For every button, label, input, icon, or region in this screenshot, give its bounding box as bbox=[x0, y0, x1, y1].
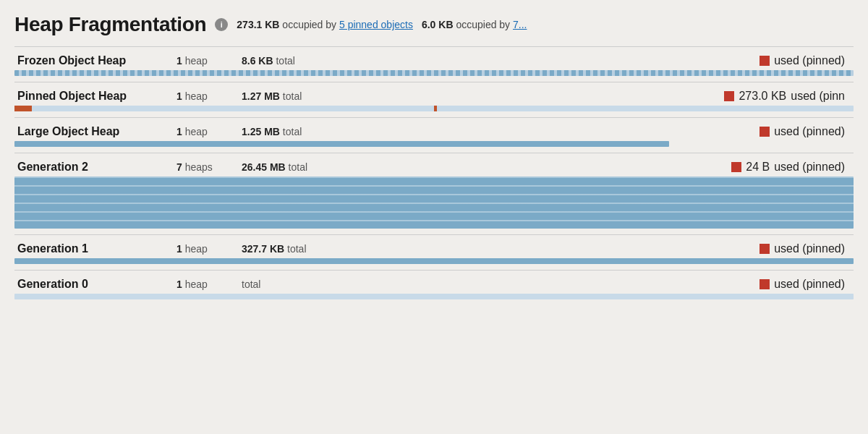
heap-name-gen2: Generation 2 bbox=[17, 161, 176, 174]
legend-label-large: used (pinned) bbox=[774, 125, 845, 138]
bar-section-large bbox=[14, 141, 854, 153]
header-stat-1: 273.1 KB occupied by 5 pinned objects bbox=[237, 19, 413, 30]
heap-count-gen2: 7 heaps bbox=[176, 161, 242, 173]
legend-label-gen0: used (pinned) bbox=[774, 278, 845, 291]
section-frozen: Frozen Object Heap 1 heap 8.6 KB total u… bbox=[14, 46, 854, 82]
section-large: Large Object Heap 1 heap 1.25 MB total u… bbox=[14, 117, 854, 153]
heap-name-gen1: Generation 1 bbox=[17, 242, 176, 255]
section-gen2-meta: Generation 2 7 heaps 26.45 MB total 24 B… bbox=[14, 153, 854, 176]
heap-count-gen0: 1 heap bbox=[176, 278, 242, 290]
heap-legend-gen1: used (pinned) bbox=[760, 242, 851, 255]
legend-icon-large bbox=[760, 127, 770, 137]
heap-count-large: 1 heap bbox=[176, 126, 242, 137]
legend-icon-gen1 bbox=[760, 244, 770, 254]
header-stat2-num: 6.0 KB bbox=[422, 19, 454, 30]
section-pinned: Pinned Object Heap 1 heap 1.27 MB total … bbox=[14, 82, 854, 117]
legend-icon-gen2 bbox=[731, 162, 741, 172]
bar-frozen bbox=[14, 70, 854, 76]
bar-pinned-wrapper bbox=[14, 106, 854, 111]
bar-gen0 bbox=[14, 294, 854, 299]
section-frozen-meta: Frozen Object Heap 1 heap 8.6 KB total u… bbox=[14, 47, 854, 70]
legend-detail-pinned: 273.0 KB bbox=[739, 90, 786, 103]
bar-large bbox=[14, 141, 669, 147]
section-gen0-meta: Generation 0 1 heap total used (pinned) bbox=[14, 271, 854, 294]
bar-pinned-marker bbox=[14, 106, 32, 111]
header-stat2-text: occupied by bbox=[456, 19, 510, 30]
section-gen1-meta: Generation 1 1 heap 327.7 KB total used … bbox=[14, 235, 854, 258]
bar-section-gen2 bbox=[14, 176, 854, 234]
legend-label-gen2: used (pinned) bbox=[774, 161, 845, 174]
heap-count-pinned: 1 heap bbox=[176, 90, 242, 102]
legend-icon-gen0 bbox=[760, 279, 770, 289]
heap-size-frozen: 8.6 KB total bbox=[242, 55, 343, 67]
section-pinned-meta: Pinned Object Heap 1 heap 1.27 MB total … bbox=[14, 82, 854, 106]
heap-name-gen0: Generation 0 bbox=[17, 278, 176, 291]
header-stat2-link[interactable]: 7... bbox=[513, 19, 527, 30]
bar-section-frozen bbox=[14, 70, 854, 82]
heap-name-frozen: Frozen Object Heap bbox=[17, 54, 176, 67]
heap-legend-large: used (pinned) bbox=[760, 125, 851, 138]
heap-size-pinned: 1.27 MB total bbox=[242, 90, 343, 102]
heap-name-pinned: Pinned Object Heap bbox=[17, 90, 176, 103]
heap-count-gen1: 1 heap bbox=[176, 243, 242, 255]
info-icon[interactable]: i bbox=[215, 18, 228, 31]
bar-section-pinned bbox=[14, 106, 854, 117]
section-gen1: Generation 1 1 heap 327.7 KB total used … bbox=[14, 234, 854, 270]
page-title: Heap Fragmentation bbox=[14, 13, 206, 36]
bar-gen1 bbox=[14, 258, 854, 264]
header-row: Heap Fragmentation i 273.1 KB occupied b… bbox=[14, 13, 854, 36]
section-gen2: Generation 2 7 heaps 26.45 MB total 24 B… bbox=[14, 153, 854, 234]
section-large-meta: Large Object Heap 1 heap 1.25 MB total u… bbox=[14, 118, 854, 141]
page-container: Heap Fragmentation i 273.1 KB occupied b… bbox=[0, 0, 868, 312]
heap-legend-pinned: 273.0 KB used (pinn bbox=[724, 90, 851, 103]
legend-label-frozen: used (pinned) bbox=[774, 54, 845, 67]
heap-size-large: 1.25 MB total bbox=[242, 126, 343, 137]
section-gen0: Generation 0 1 heap total used (pinned) bbox=[14, 270, 854, 305]
legend-icon-frozen bbox=[760, 56, 770, 66]
heap-size-gen1: 327.7 KB total bbox=[242, 243, 343, 255]
legend-label-pinned: used (pinn bbox=[791, 90, 845, 103]
heap-legend-gen2: 24 B used (pinned) bbox=[731, 161, 851, 174]
bar-section-gen0 bbox=[14, 294, 854, 305]
heap-legend-frozen: used (pinned) bbox=[760, 54, 851, 67]
header-stat1-num: 273.1 KB bbox=[237, 19, 279, 30]
heap-size-gen0: total bbox=[242, 278, 343, 290]
header-stat1-text: occupied by bbox=[282, 19, 336, 30]
header-stat-2: 6.0 KB occupied by 7... bbox=[422, 19, 527, 30]
bar-gen2 bbox=[14, 176, 854, 229]
header-stat1-link[interactable]: 5 pinned objects bbox=[339, 19, 413, 30]
heap-size-gen2: 26.45 MB total bbox=[242, 161, 343, 173]
bar-pinned-center bbox=[434, 106, 437, 111]
heap-legend-gen0: used (pinned) bbox=[760, 278, 851, 291]
legend-label-gen1: used (pinned) bbox=[774, 242, 845, 255]
heap-name-large: Large Object Heap bbox=[17, 125, 176, 138]
heap-sections: Frozen Object Heap 1 heap 8.6 KB total u… bbox=[14, 46, 854, 305]
legend-icon-pinned bbox=[724, 91, 734, 101]
legend-detail-gen2: 24 B bbox=[746, 161, 770, 174]
heap-count-frozen: 1 heap bbox=[176, 55, 242, 67]
bar-section-gen1 bbox=[14, 258, 854, 270]
